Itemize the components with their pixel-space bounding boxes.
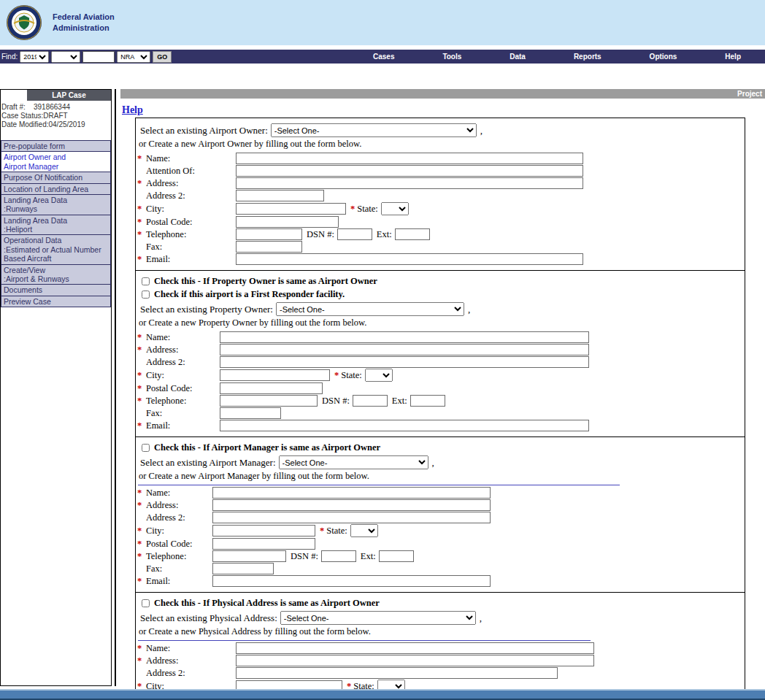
sidebar-item-pre-populate-form[interactable]: Pre-populate form xyxy=(1,140,111,152)
find-text-input[interactable] xyxy=(82,51,115,63)
ext-input[interactable] xyxy=(395,228,430,240)
name-input[interactable] xyxy=(220,331,589,343)
find-year-select[interactable]: 2019 xyxy=(20,51,49,63)
menu-help[interactable]: Help xyxy=(725,53,741,61)
sidebar-item-line: Create/View xyxy=(4,266,108,274)
postal-code-input[interactable] xyxy=(220,382,323,394)
name-input[interactable] xyxy=(236,153,583,164)
telephone-input[interactable] xyxy=(212,550,286,562)
menu-options[interactable]: Options xyxy=(650,53,677,61)
existing-select-row: Select an existing Physical Address:-Sel… xyxy=(140,611,743,625)
check-if-this-airport-is-a-first-responder-facility-checkbox[interactable] xyxy=(142,291,150,299)
form-row-address-2: Address 2: xyxy=(137,667,743,679)
menu-data[interactable]: Data xyxy=(510,53,526,61)
dsn-label: DSN #: xyxy=(322,396,350,407)
comma-text: , xyxy=(468,304,470,315)
field-label: City: xyxy=(146,204,164,215)
postal-code-input[interactable] xyxy=(212,538,315,550)
city-input[interactable] xyxy=(236,203,346,215)
required-asterisk: * xyxy=(137,153,146,164)
address-2-input[interactable] xyxy=(236,190,324,201)
sidebar-item-create-view-airport-runways[interactable]: Create/View:Airport & Runways xyxy=(1,264,111,285)
meta-label: Case Status: xyxy=(1,112,43,120)
city-input[interactable] xyxy=(220,369,330,381)
address-input[interactable] xyxy=(236,655,594,666)
sidebar-item-airport-owner-and-airport-manager[interactable]: Airport Owner andAirport Manager xyxy=(1,151,111,172)
go-button[interactable]: GO xyxy=(153,51,172,63)
find-secondary-select[interactable] xyxy=(51,51,80,63)
sidebar-item-line: Operational Data xyxy=(4,236,108,245)
existing-select-row: Select an existing Airport Manager:-Sele… xyxy=(140,455,743,469)
menu-cases[interactable]: Cases xyxy=(373,53,394,61)
menu-reports[interactable]: Reports xyxy=(574,53,601,61)
email-input[interactable] xyxy=(220,420,589,431)
form-row-name: *Name: xyxy=(137,331,743,343)
select-an-existing-airport-manager-select[interactable]: -Select One- xyxy=(279,455,428,469)
select-an-existing-property-owner-select[interactable]: -Select One- xyxy=(276,302,464,316)
menu-tools[interactable]: Tools xyxy=(442,53,461,61)
required-asterisk: * xyxy=(350,204,355,215)
select-an-existing-airport-owner-select[interactable]: -Select One- xyxy=(271,123,477,137)
case-meta: Draft #:391866344Case Status:DRAFTDate M… xyxy=(1,101,111,129)
form-row-postal-code: *Postal Code: xyxy=(137,382,743,394)
field-label-cell: *Postal Code: xyxy=(137,217,236,228)
field-label: City: xyxy=(146,526,164,536)
dsn-input[interactable] xyxy=(353,395,388,407)
find-type-select[interactable]: NRA xyxy=(117,51,150,63)
state-select[interactable] xyxy=(381,202,409,215)
address-2-input[interactable] xyxy=(220,356,589,368)
state-label: State: xyxy=(326,526,347,536)
fax-input[interactable] xyxy=(236,241,302,253)
field-label: Telephone: xyxy=(146,396,186,407)
required-asterisk: * xyxy=(137,345,146,355)
sidebar-item-documents[interactable]: Documents xyxy=(1,284,111,296)
telephone-input[interactable] xyxy=(220,395,318,407)
sidebar-item-location-of-landing-area[interactable]: Location of Landing Area xyxy=(1,183,111,195)
ext-label: Ext: xyxy=(392,396,407,407)
ext-input[interactable] xyxy=(379,550,414,562)
field-label: Email: xyxy=(146,420,170,431)
check-this-if-physical-address-is-same-as-airport-owner-checkbox[interactable] xyxy=(142,599,150,607)
email-input[interactable] xyxy=(236,253,583,265)
sidebar-item-operational-data-estimated-or-actual-number-based-aircraft[interactable]: Operational Data:Estimated or Actual Num… xyxy=(1,234,111,264)
select-an-existing-physical-address-select[interactable]: -Select One- xyxy=(280,611,476,625)
sidebar-item-landing-area-data-heliport[interactable]: Landing Area Data:Heliport xyxy=(1,215,111,236)
field-label-cell: *Telephone: xyxy=(137,551,212,562)
field-label: Address: xyxy=(146,345,178,355)
sidebar-item-purpose-of-notification[interactable]: Purpose Of Notification xyxy=(1,172,111,183)
field-label: Address 2: xyxy=(146,357,185,368)
help-link[interactable]: Help xyxy=(122,104,143,116)
required-asterisk: * xyxy=(137,643,146,654)
field-label-cell: Address 2: xyxy=(137,512,212,523)
fax-input[interactable] xyxy=(212,563,274,574)
sidebar-item-line: :Estimated or Actual Number xyxy=(4,245,108,254)
address-2-input[interactable] xyxy=(236,667,558,679)
ext-input[interactable] xyxy=(410,395,445,407)
form-row-name: *Name: xyxy=(137,487,743,499)
state-select[interactable] xyxy=(350,524,378,537)
brand-text: Federal Aviation Administration xyxy=(53,12,115,34)
address-input[interactable] xyxy=(220,344,589,355)
form-row-address: *Address: xyxy=(137,177,743,189)
field-label: Telephone: xyxy=(146,229,186,240)
name-input[interactable] xyxy=(212,487,491,499)
city-input[interactable] xyxy=(212,525,315,536)
postal-code-input[interactable] xyxy=(236,216,339,228)
sidebar-item-landing-area-data-runways[interactable]: Landing Area Data:Runways xyxy=(1,194,111,215)
name-input[interactable] xyxy=(236,642,594,654)
attention-of-input[interactable] xyxy=(236,165,583,177)
check-this-if-property-owner-is-same-as-airport-owner-checkbox[interactable] xyxy=(142,277,150,285)
email-input[interactable] xyxy=(212,575,491,587)
sidebar-item-preview-case[interactable]: Preview Case xyxy=(1,296,111,307)
check-this-if-airport-manager-is-same-as-airport-owner-checkbox[interactable] xyxy=(142,444,150,452)
address-input[interactable] xyxy=(236,177,583,189)
state-select[interactable] xyxy=(365,369,393,382)
address-2-input[interactable] xyxy=(212,512,491,523)
fax-input[interactable] xyxy=(220,407,281,419)
address-input[interactable] xyxy=(212,499,491,511)
required-asterisk: * xyxy=(137,229,146,240)
sidebar-item-line: :Airport & Runways xyxy=(4,274,108,283)
dsn-input[interactable] xyxy=(337,228,372,240)
telephone-input[interactable] xyxy=(236,228,302,240)
dsn-input[interactable] xyxy=(321,550,356,562)
